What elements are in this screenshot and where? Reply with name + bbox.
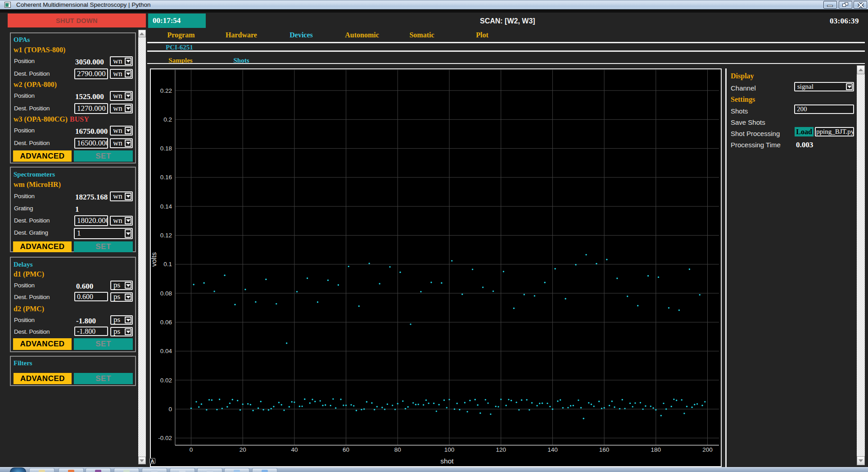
svg-text:0.18: 0.18 xyxy=(160,145,172,152)
svg-text:20: 20 xyxy=(240,446,246,453)
svg-text:0: 0 xyxy=(168,406,172,413)
svg-text:120: 120 xyxy=(496,446,506,453)
svg-text:-0.02: -0.02 xyxy=(158,435,172,441)
svg-text:0.08: 0.08 xyxy=(160,290,172,297)
svg-text:0.12: 0.12 xyxy=(160,232,172,239)
svg-text:140: 140 xyxy=(547,446,558,453)
svg-text:160: 160 xyxy=(599,446,610,453)
svg-text:0.02: 0.02 xyxy=(160,377,172,384)
svg-text:0.06: 0.06 xyxy=(160,319,172,326)
svg-text:40: 40 xyxy=(291,446,298,453)
svg-text:0.14: 0.14 xyxy=(160,203,172,210)
svg-text:200: 200 xyxy=(702,446,713,453)
svg-text:0.2: 0.2 xyxy=(163,116,172,123)
svg-text:volts: volts xyxy=(151,252,158,267)
svg-text:80: 80 xyxy=(394,446,401,453)
svg-text:0.1: 0.1 xyxy=(163,261,172,268)
svg-text:0.16: 0.16 xyxy=(160,174,172,181)
svg-text:100: 100 xyxy=(444,446,455,453)
svg-text:shot: shot xyxy=(440,457,454,465)
svg-text:0.04: 0.04 xyxy=(160,348,172,354)
svg-text:180: 180 xyxy=(651,446,661,453)
svg-text:0.22: 0.22 xyxy=(160,87,172,94)
svg-text:60: 60 xyxy=(343,446,349,453)
svg-text:0: 0 xyxy=(190,446,193,453)
